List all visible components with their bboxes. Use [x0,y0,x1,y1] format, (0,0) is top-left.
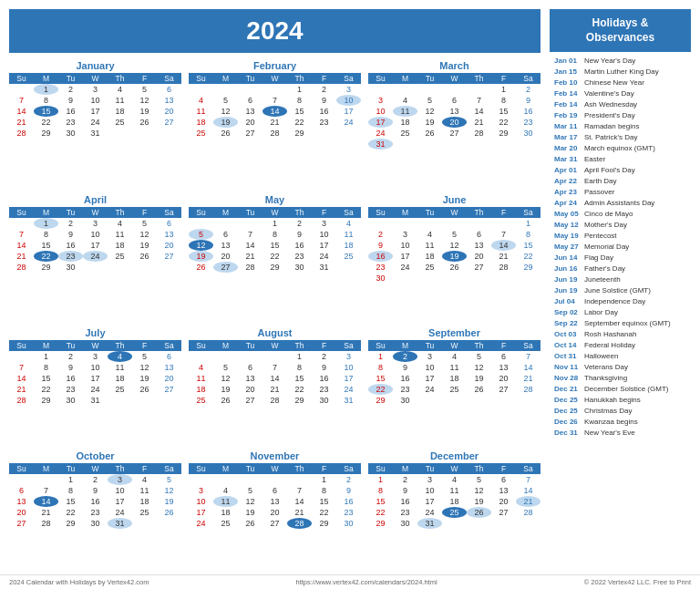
calendar-day: 17 [393,251,417,262]
calendar-day: 7 [9,362,34,373]
calendar-day: 31 [336,395,361,406]
calendar-day: 15 [516,240,540,251]
month-block: OctoberSuMTuWThFSa1234567891011121314151… [9,450,181,566]
calendar-day: 29 [312,518,336,529]
calendar-day: 18 [213,507,238,518]
calendar-day: 14 [238,240,262,251]
calendar-day: 19 [132,373,157,384]
calendar-day: 31 [368,139,393,150]
calendar-day: 10 [368,106,393,117]
calendar-day: 12 [467,362,491,373]
calendar-day: 22 [34,384,58,395]
holiday-date: Apr 22 [554,176,582,187]
calendar-day: 4 [189,95,213,106]
calendar-day: 24 [368,128,393,139]
calendar-day: 22 [368,507,393,518]
calendar-day: 31 [108,518,132,529]
calendar-day: 16 [393,496,417,507]
month-table: SuMTuWThFSa12345678910111213141516171819… [368,73,540,150]
calendar-day: 7 [9,229,34,240]
month-block: JulySuMTuWThFSa1234567891011121314151617… [9,327,181,443]
month-block: NovemberSuMTuWThFSa123456789101112131415… [189,450,361,566]
calendar-day: 6 [157,218,181,229]
holiday-date: Mar 11 [554,121,582,132]
holiday-name: New Year's Day [584,56,635,67]
calendar-day: 14 [467,106,491,117]
calendar-day: 12 [132,362,157,373]
calendar-day: 13 [213,240,238,251]
calendar-day: 30 [368,273,393,284]
calendar-day: 29 [262,262,287,273]
calendar-day: 6 [262,485,287,496]
calendar-day: 12 [213,373,238,384]
holiday-date: Jan 15 [554,67,582,78]
calendar-day: 8 [34,95,58,106]
calendar-day: 2 [58,351,83,362]
month-table: SuMTuWThFSa12345678910111213141516171819… [9,340,181,406]
holiday-item: Jan 15Martin Luther King Day [554,67,686,78]
calendar-day: 24 [393,262,417,273]
holiday-item: Feb 14Ash Wednesday [554,99,686,110]
calendar-day: 4 [189,362,213,373]
calendar-day: 30 [393,518,417,529]
holiday-date: Dec 25 [554,395,582,406]
holiday-name: September equinox (GMT) [584,318,671,329]
calendar-day: 17 [368,117,393,128]
calendar-day: 12 [467,485,491,496]
calendar-day: 9 [83,485,108,496]
holiday-name: Christmas Day [584,406,632,417]
calendar-day: 21 [9,117,34,128]
calendar-day: 20 [213,251,238,262]
holiday-date: Nov 11 [554,362,582,373]
calendar-day: 7 [516,474,540,485]
calendar-day: 15 [262,240,287,251]
calendar-day: 6 [491,351,516,362]
calendar-day: 16 [312,106,336,117]
calendar-day: 2 [393,474,417,485]
calendar-day: 10 [108,485,132,496]
calendar-day: 11 [442,485,467,496]
calendar-day: 7 [287,485,312,496]
calendar-day: 26 [238,518,262,529]
holiday-date: May 12 [554,220,582,231]
calendar-day: 5 [238,485,262,496]
calendar-day: 16 [516,106,540,117]
calendar-day: 15 [34,106,58,117]
holiday-date: Jun 19 [554,274,582,285]
calendar-day: 3 [83,351,108,362]
holiday-name: Ash Wednesday [584,99,637,110]
calendar-day: 25 [393,128,417,139]
calendar-day: 8 [516,229,540,240]
calendar-day: 24 [83,251,108,262]
calendar-day: 27 [213,262,238,273]
holiday-date: Feb 19 [554,110,582,121]
calendar-day: 2 [83,474,108,485]
month-name: May [189,194,361,205]
month-block: MarchSuMTuWThFSa123456789101112131415161… [368,60,540,187]
calendar-day: 16 [393,373,417,384]
holiday-name: March equinox (GMT) [584,143,655,154]
calendar-day: 19 [213,384,238,395]
holiday-date: Apr 24 [554,198,582,209]
calendar-day: 3 [189,485,213,496]
holiday-name: Halloween [584,351,618,362]
calendar-day: 20 [442,117,467,128]
calendar-day: 1 [312,474,336,485]
holiday-item: Feb 10Chinese New Year [554,78,686,88]
month-name: February [189,60,361,71]
calendar-day: 12 [132,229,157,240]
calendar-day: 8 [34,229,58,240]
holiday-name: Passover [584,187,614,198]
holiday-item: Sep 02Labor Day [554,307,686,318]
holiday-name: Pentecost [584,231,617,242]
holidays-list: Jan 01New Year's DayJan 15Martin Luther … [550,52,691,565]
holiday-name: April Fool's Day [584,165,635,176]
calendar-day: 30 [312,395,336,406]
holiday-date: Apr 01 [554,165,582,176]
calendar-day: 3 [368,95,393,106]
holiday-item: Jun 14Flag Day [554,253,686,264]
calendar-day: 5 [213,362,238,373]
calendar-day: 25 [442,507,467,518]
calendar-day: 2 [287,218,312,229]
holiday-name: Rosh Hashanah [584,329,636,340]
